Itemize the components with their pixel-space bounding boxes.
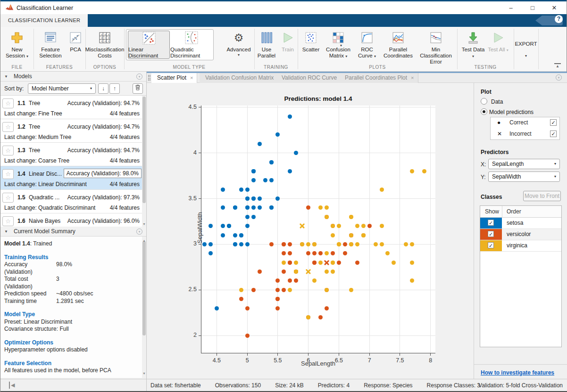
y-predictor-select[interactable]: SepalWidth ▾ <box>488 172 560 182</box>
x-predictor-value: SepalLength <box>492 161 524 167</box>
minimize-button[interactable]: – <box>500 1 521 14</box>
close-button[interactable]: ✕ <box>544 1 565 14</box>
scrollbar-thumb[interactable] <box>142 241 146 335</box>
model-item-1-2[interactable]: ☆ 1.2 Tree Accuracy (Validation): 94.7% … <box>0 119 146 143</box>
chart-axes[interactable]: 4.555.566.577.5822.533.544.5 <box>201 106 435 353</box>
class-row-setosa[interactable]: ✓ setosa <box>480 218 561 229</box>
x-predictor-select[interactable]: SepalLength ▾ <box>488 159 560 169</box>
confusion-matrix-button[interactable]: Confusion Matrix ▾ <box>323 29 353 59</box>
data-point <box>288 114 292 119</box>
data-point <box>251 215 256 219</box>
favorite-star-button[interactable]: ☆ <box>2 216 14 226</box>
advanced-button[interactable]: ⚙ Advanced ▾ <box>224 29 253 57</box>
scrollbar-thumb[interactable] <box>142 97 146 203</box>
class-row-virginica[interactable]: ✓ virginica <box>480 240 561 252</box>
tab-classification-learner[interactable]: CLASSIFICATION LEARNER <box>0 14 88 27</box>
show-class-checkbox[interactable]: ✓ <box>488 242 494 248</box>
data-point <box>306 242 310 246</box>
document-options-icon[interactable]: ▾ <box>556 74 562 81</box>
parallel-coordinates-button[interactable]: Parallel Coordinates <box>381 29 416 59</box>
help-icon[interactable]: ? <box>555 15 563 23</box>
tab-parallel-coordinates-plot[interactable]: Parallel Coordinates Plot× <box>339 73 418 83</box>
scroll-down-icon[interactable]: ▼ <box>142 370 146 377</box>
tabbar-grip[interactable] <box>148 75 150 81</box>
summary-scrollbar[interactable]: ▲ ▼ <box>142 237 146 378</box>
class-name: virginica <box>507 242 527 249</box>
sort-descending-button[interactable]: ↓ <box>98 83 108 94</box>
model-list-scrollbar[interactable]: ▼ <box>142 96 146 227</box>
pca-button[interactable]: PCA <box>67 29 84 53</box>
x-marker-icon: ✕ <box>497 131 502 137</box>
data-point <box>269 242 274 246</box>
data-point <box>282 288 286 292</box>
scroll-down-icon[interactable]: ▼ <box>142 222 146 226</box>
data-point <box>269 160 274 164</box>
linear-discriminant-button[interactable]: Linear Discriminant <box>128 31 170 59</box>
correct-checkbox[interactable]: ✓ <box>550 119 557 126</box>
model-item-1-4-selected[interactable]: ☆ 1.4 Linear Disc... Accuracy (Validatio… <box>0 166 146 190</box>
collapse-ribbon-button[interactable]: ▲ <box>554 63 561 68</box>
data-point <box>208 224 213 228</box>
collapse-left-panel-button[interactable]: ◀ <box>9 382 15 389</box>
x-predictor-label: X: <box>481 161 486 168</box>
svg-text:o: o <box>105 33 106 36</box>
how-to-investigate-features-link[interactable]: How to investigate features <box>481 369 554 376</box>
model-item-1-5[interactable]: ☆ 1.5 Quadratic ... Accuracy (Validation… <box>0 190 146 213</box>
tab-scatter-plot[interactable]: Scatter Plot× <box>151 73 197 83</box>
panel-options-icon[interactable]: ▾ <box>136 229 142 235</box>
new-session-icon <box>10 29 24 47</box>
radio-model-predictions-label[interactable]: Model predictions <box>489 109 534 115</box>
close-icon[interactable]: × <box>190 75 193 81</box>
class-row-versicolor[interactable]: ✓ versicolor <box>480 229 561 240</box>
data-point <box>282 270 286 274</box>
tab-validation-confusion-matrix[interactable]: Validation Confusion Matrix× <box>200 73 285 83</box>
panel-options-icon[interactable]: ▾ <box>136 74 142 80</box>
quadratic-discriminant-button[interactable]: Quadratic Discriminant <box>170 31 212 59</box>
incorrect-checkbox[interactable]: ✓ <box>550 131 557 137</box>
data-point <box>374 242 378 246</box>
tab-validation-roc-curve[interactable]: Validation ROC Curve× <box>276 73 348 83</box>
classes-heading: Classes <box>481 194 502 200</box>
data-point <box>361 224 366 228</box>
data-point <box>312 278 317 283</box>
maximize-button[interactable]: □ <box>522 1 543 14</box>
y-predictor-value: SepalWidth <box>492 173 521 180</box>
ribbon-section-file: New Session ▾ FILE <box>0 27 33 71</box>
y-tick-label: 4.5 <box>177 104 197 110</box>
model-item-1-6[interactable]: ☆ 1.6 Naive Bayes Accuracy (Validation):… <box>0 213 146 227</box>
export-button[interactable]: EXPORT ▾ <box>514 41 538 58</box>
radio-data[interactable] <box>481 98 487 105</box>
min-classification-error-button[interactable]: Min Classification Error <box>417 29 455 65</box>
data-point <box>251 169 256 173</box>
show-class-checkbox[interactable]: ✓ <box>488 231 494 237</box>
scatter-button[interactable]: Scatter <box>300 29 322 53</box>
close-icon[interactable]: × <box>411 75 414 81</box>
radio-data-label[interactable]: Data <box>491 98 503 105</box>
data-point <box>275 306 280 310</box>
sort-ascending-button[interactable]: ↑ <box>109 83 120 94</box>
test-data-button[interactable]: Test Data ▾ <box>461 29 485 59</box>
data-point <box>422 169 426 173</box>
misclassification-costs-button[interactable]: xoxoxoxox Misclassification Costs <box>87 29 123 59</box>
model-item-1-3[interactable]: ☆ 1.3 Tree Accuracy (Validation): 94.7% … <box>0 143 146 166</box>
use-parallel-button[interactable]: Use Parallel <box>255 29 278 59</box>
show-class-checkbox[interactable]: ✓ <box>488 220 494 226</box>
favorite-star-button[interactable]: ☆ <box>2 122 14 132</box>
roc-curve-button[interactable]: ROC Curve ▾ <box>354 29 380 59</box>
class-color-cell: ✓ <box>480 229 502 240</box>
collapse-triangle-icon[interactable]: ▼ <box>4 72 8 82</box>
delete-model-button[interactable] <box>133 83 143 94</box>
model-item-1-1[interactable]: ☆ 1.1 Tree Accuracy (Validation): 94.7% … <box>0 96 146 119</box>
scroll-up-icon[interactable]: ▲ <box>142 237 146 245</box>
matlab-logo-icon <box>5 4 14 11</box>
new-session-button[interactable]: New Session ▾ <box>2 29 32 59</box>
favorite-star-button[interactable]: ☆ <box>2 193 14 203</box>
collapse-triangle-icon[interactable]: ▼ <box>4 227 8 237</box>
models-panel-header: ▼ Models ▾ <box>0 72 146 82</box>
favorite-star-button[interactable]: ☆ <box>2 169 14 179</box>
sort-select[interactable]: Model Number ▾ <box>28 83 96 94</box>
favorite-star-button[interactable]: ☆ <box>2 146 14 155</box>
feature-selection-button[interactable]: Feature Selection <box>35 29 66 59</box>
favorite-star-button[interactable]: ☆ <box>2 98 14 108</box>
radio-model-predictions[interactable] <box>481 108 487 115</box>
